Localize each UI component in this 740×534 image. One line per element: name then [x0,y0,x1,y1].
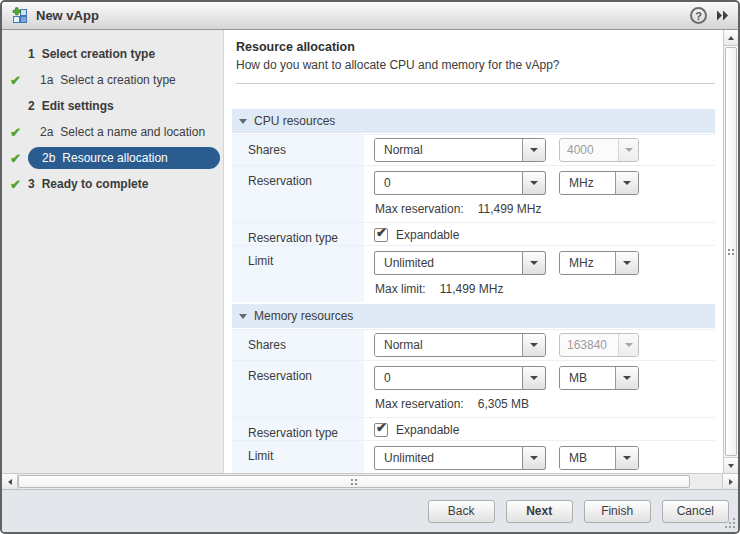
memory-max-reservation: Max reservation:6,305 MB [374,397,707,411]
chevron-down-icon[interactable] [523,171,546,195]
cpu-reservation-row: Reservation 0 MHz [232,165,715,222]
cpu-limit-unit-dropdown[interactable]: MHz [559,251,639,275]
memory-reservation-combo[interactable]: 0 [374,366,546,390]
triangle-down-icon [728,464,734,468]
memory-expandable-checkbox[interactable]: ✔ [374,423,388,437]
chevron-down-icon [522,139,545,161]
step-select-a-creation-type[interactable]: ✔ 1a Select a creation type [2,67,223,93]
step-label: Edit settings [42,99,114,113]
scroll-right-button[interactable] [722,474,738,489]
check-icon: ✔ [10,151,28,166]
limit-label: Limit [232,441,364,473]
cpu-expandable-checkbox[interactable]: ✔ [374,228,388,242]
check-icon: ✔ [10,177,28,192]
memory-limit-row: Limit Unlimited MB [232,440,715,473]
shares-label: Shares [232,135,364,165]
chevron-down-icon[interactable] [523,366,546,390]
scroll-down-button[interactable] [724,457,738,473]
memory-reservation-unit-dropdown[interactable]: MB [559,366,639,390]
step-label: Select creation type [42,47,155,61]
checkbox-label: Expandable [396,423,459,437]
cpu-max-limit: Max limit:11,499 MHz [374,282,707,296]
chevron-down-icon [618,139,638,161]
cpu-reservation-combo[interactable]: 0 [374,171,546,195]
step-label: Select a name and location [60,125,205,139]
step-edit-settings[interactable]: 2 Edit settings [2,93,223,119]
finish-button[interactable]: Finish [584,500,651,523]
cpu-limit-row: Limit Unlimited MHz [232,245,715,302]
shares-label: Shares [232,330,364,360]
step-select-name-location[interactable]: ✔ 2a Select a name and location [2,119,223,145]
memory-shares-row: Shares Normal 163840 [232,329,715,360]
check-icon: ✔ [10,73,28,88]
chevron-down-icon [615,367,638,389]
cpu-resources-section: CPU resources Shares Normal 4000 [232,109,715,302]
reservation-label: Reservation [232,361,364,417]
check-icon: ✔ [10,125,28,140]
cpu-limit-combo[interactable]: Unlimited [374,251,546,275]
triangle-right-icon [729,479,733,485]
cpu-reservation-unit-dropdown[interactable]: MHz [559,171,639,195]
title-bar: New vApp ? [2,2,738,30]
reservation-type-label: Reservation type [232,223,364,245]
chevron-down-icon[interactable] [523,251,546,275]
help-icon[interactable]: ? [690,7,707,24]
step-ready-to-complete[interactable]: ✔ 3 Ready to complete [2,171,223,197]
footer-button-bar: Back Next Finish Cancel [2,489,738,532]
collapse-triangle-icon [239,314,247,319]
divider [236,83,715,84]
vapp-icon [11,7,29,25]
memory-resources-section: Memory resources Shares Normal 163840 [232,304,715,473]
cpu-shares-amount-spinner: 4000 [559,138,639,162]
chevron-down-icon [615,172,638,194]
memory-reservation-row: Reservation 0 MB [232,360,715,417]
cpu-max-reservation: Max reservation:11,499 MHz [374,202,707,216]
scroll-up-button[interactable] [724,30,738,46]
chevron-down-icon[interactable] [523,446,546,470]
cpu-shares-dropdown[interactable]: Normal [374,138,546,162]
page-subtitle: How do you want to allocate CPU and memo… [236,58,709,72]
cpu-shares-row: Shares Normal 4000 [232,134,715,165]
memory-shares-dropdown[interactable]: Normal [374,333,546,357]
page-title: Resource allocation [236,40,709,54]
cancel-button[interactable]: Cancel [662,500,729,523]
collapse-icon[interactable] [716,10,729,21]
vertical-scrollbar[interactable] [723,30,738,473]
wizard-steps-sidebar: 1 Select creation type ✔ 1a Select a cre… [2,30,224,473]
cpu-section-header[interactable]: CPU resources [232,109,715,133]
reservation-type-label: Reservation type [232,418,364,440]
grip-dots-icon [728,249,730,251]
chevron-down-icon [618,334,638,356]
checkbox-label: Expandable [396,228,459,242]
vertical-scrollbar-thumb[interactable] [725,47,737,456]
memory-reservation-type-row: Reservation type ✔ Expandable [232,417,715,440]
chevron-down-icon [615,447,638,469]
horizontal-scrollbar-thumb[interactable] [18,475,690,488]
triangle-left-icon [8,479,12,485]
section-title: Memory resources [254,309,353,323]
wizard-content: Resource allocation How do you want to a… [224,30,738,473]
triangle-up-icon [728,36,734,40]
resize-grip-icon[interactable] [726,520,735,529]
new-vapp-dialog: New vApp ? 1 Select creation type ✔ [0,0,740,534]
reservation-label: Reservation [232,166,364,222]
step-select-creation-type[interactable]: 1 Select creation type [2,41,223,67]
scroll-left-button[interactable] [2,474,18,489]
collapse-triangle-icon [239,119,247,124]
memory-shares-amount-spinner: 163840 [559,333,639,357]
step-label: Select a creation type [60,73,175,87]
window-title: New vApp [36,8,99,23]
back-button[interactable]: Back [428,500,495,523]
cpu-reservation-type-row: Reservation type ✔ Expandable [232,222,715,245]
horizontal-scrollbar[interactable] [2,473,738,489]
step-label: Ready to complete [42,177,149,191]
section-title: CPU resources [254,114,335,128]
memory-limit-unit-dropdown[interactable]: MB [559,446,639,470]
grip-dots-icon [351,479,353,481]
chevron-down-icon [615,252,638,274]
step-label: Resource allocation [62,151,167,165]
memory-limit-combo[interactable]: Unlimited [374,446,546,470]
step-resource-allocation[interactable]: ✔ 2b Resource allocation [2,145,223,171]
next-button[interactable]: Next [506,500,573,523]
memory-section-header[interactable]: Memory resources [232,304,715,328]
